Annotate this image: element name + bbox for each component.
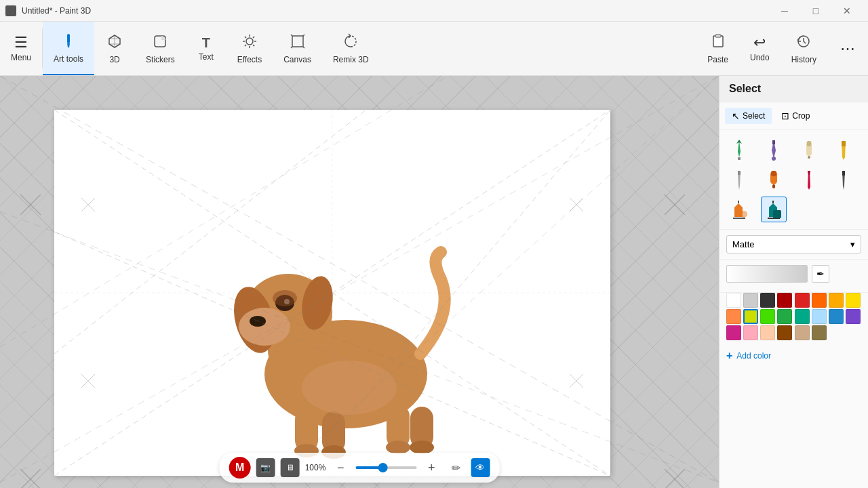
svg-line-13 xyxy=(291,35,292,36)
panel-tools: ↖ Select ⊡ Crop xyxy=(719,102,868,130)
menu-icon: ☰ xyxy=(14,35,28,50)
swatch-white[interactable] xyxy=(726,293,741,308)
titlebar-left: Untitled* - Paint 3D xyxy=(5,5,91,16)
zoom-slider[interactable] xyxy=(355,466,416,469)
svg-rect-70 xyxy=(772,140,775,144)
toolbar-remix3d[interactable]: Remix 3D xyxy=(322,22,380,75)
svg-line-11 xyxy=(245,45,246,46)
app-title: Untitled* - Paint 3D xyxy=(22,6,91,16)
zoom-level: 100% xyxy=(305,463,326,472)
svg-rect-75 xyxy=(738,171,741,175)
svg-line-15 xyxy=(291,47,292,48)
svg-line-65 xyxy=(20,469,41,488)
swatch-yellow[interactable] xyxy=(846,293,861,308)
toolbar-canvas[interactable]: Canvas xyxy=(273,22,322,75)
swatch-teal[interactable] xyxy=(795,309,810,324)
art-tools-icon xyxy=(60,33,77,52)
toolbar-art-tools[interactable]: Art tools xyxy=(43,22,94,75)
svg-rect-78 xyxy=(772,184,775,188)
undo-icon: ↩ xyxy=(753,35,766,50)
swatch-tan[interactable] xyxy=(795,325,810,340)
svg-point-38 xyxy=(386,441,410,454)
svg-line-16 xyxy=(303,47,304,48)
close-button[interactable]: ✕ xyxy=(831,0,863,22)
swatch-orange2[interactable] xyxy=(726,309,741,324)
svg-line-48 xyxy=(81,198,95,211)
menu-label: Menu xyxy=(11,53,31,62)
select-tool-button[interactable]: ↖ Select xyxy=(725,108,772,124)
minimize-button[interactable]: ─ xyxy=(769,0,800,22)
brush-marker-cream[interactable] xyxy=(796,137,822,163)
crop-tool-button[interactable]: ⊡ Crop xyxy=(774,108,816,124)
swatch-yellow-green[interactable] xyxy=(743,309,758,324)
svg-rect-68 xyxy=(738,157,741,160)
finish-section: Matte ▾ xyxy=(719,230,868,260)
canvas-icon xyxy=(290,33,306,52)
swatch-green-bright[interactable] xyxy=(760,309,775,324)
swatch-magenta[interactable] xyxy=(726,325,741,340)
svg-rect-0 xyxy=(67,34,70,43)
brush-pen-red[interactable] xyxy=(796,167,822,192)
swatch-red-dark[interactable] xyxy=(777,293,792,308)
svg-rect-82 xyxy=(773,210,781,218)
add-color-label: Add color xyxy=(736,351,771,361)
swatch-darkgray[interactable] xyxy=(760,293,775,308)
toolbar-effects[interactable]: Effects xyxy=(226,22,273,75)
history-label: History xyxy=(791,55,816,64)
swatch-blue-light[interactable] xyxy=(812,309,827,324)
stickers-label: Stickers xyxy=(146,55,175,64)
swatch-lightgray[interactable] xyxy=(743,293,758,308)
add-color-button[interactable]: + Add color xyxy=(719,346,868,366)
zoom-plus-button[interactable]: + xyxy=(422,458,441,477)
svg-marker-79 xyxy=(808,171,810,175)
brush-calligraphy-green[interactable] xyxy=(726,137,752,163)
crop-tool-label: Crop xyxy=(792,111,810,121)
toolbar-more[interactable]: ⋯ xyxy=(827,22,868,75)
zoom-minus-button[interactable]: − xyxy=(331,458,350,477)
swatch-purple[interactable] xyxy=(846,309,861,324)
toolbar-3d[interactable]: 3D xyxy=(94,22,135,75)
swatch-orange[interactable] xyxy=(812,293,827,308)
svg-line-63 xyxy=(665,195,685,215)
toolbar-history[interactable]: History xyxy=(781,22,827,75)
swatch-amber[interactable] xyxy=(829,293,844,308)
toolbar-undo[interactable]: ↩ Undo xyxy=(739,22,781,75)
brush-pen-purple[interactable] xyxy=(761,137,787,163)
swatch-peach[interactable] xyxy=(760,325,775,340)
svg-line-47 xyxy=(81,198,95,211)
view-toggle-button[interactable]: 👁 xyxy=(471,458,490,477)
svg-rect-19 xyxy=(715,35,721,37)
toolbar-paste[interactable]: Paste xyxy=(696,22,739,75)
select-cursor-icon: ↖ xyxy=(732,110,740,121)
swatches-grid xyxy=(719,293,868,346)
swatch-pink[interactable] xyxy=(743,325,758,340)
svg-rect-74 xyxy=(842,141,846,146)
brand-icon: M xyxy=(229,457,251,479)
swatch-blue[interactable] xyxy=(829,309,844,324)
color-preview-swatch xyxy=(726,265,808,283)
titlebar: Untitled* - Paint 3D ─ □ ✕ xyxy=(0,0,868,22)
swatch-green-dark[interactable] xyxy=(777,309,792,324)
toolbar-menu[interactable]: ☰ Menu xyxy=(0,22,42,75)
svg-rect-73 xyxy=(808,156,810,159)
brush-marker-yellow[interactable] xyxy=(831,137,856,163)
finish-select[interactable]: Matte ▾ xyxy=(726,235,861,253)
maximize-button[interactable]: □ xyxy=(800,0,831,22)
brush-marker-orange[interactable] xyxy=(761,167,787,192)
swatch-red[interactable] xyxy=(795,293,810,308)
brush-fill-orange[interactable] xyxy=(726,197,752,222)
brush-pen-gray-dark[interactable] xyxy=(831,167,856,192)
toolbar-stickers[interactable]: Stickers xyxy=(135,22,186,75)
toolbar-text[interactable]: T Text xyxy=(186,22,226,75)
brush-fill-teal[interactable] xyxy=(761,197,787,222)
toolbar: ☰ Menu Art tools 3D Stickers xyxy=(0,22,868,76)
swatch-brown[interactable] xyxy=(777,325,792,340)
canvas-area[interactable]: M 📷 🖥 100% − + ✏ 👁 xyxy=(0,76,719,488)
swatch-olive[interactable] xyxy=(812,325,827,340)
svg-line-62 xyxy=(665,195,685,215)
brush-pen-gray-light[interactable] xyxy=(726,167,752,192)
pencil-button[interactable]: ✏ xyxy=(446,458,465,477)
svg-line-9 xyxy=(253,45,254,46)
eyedropper-button[interactable]: ✒ xyxy=(812,265,829,283)
app-icon xyxy=(5,5,16,16)
